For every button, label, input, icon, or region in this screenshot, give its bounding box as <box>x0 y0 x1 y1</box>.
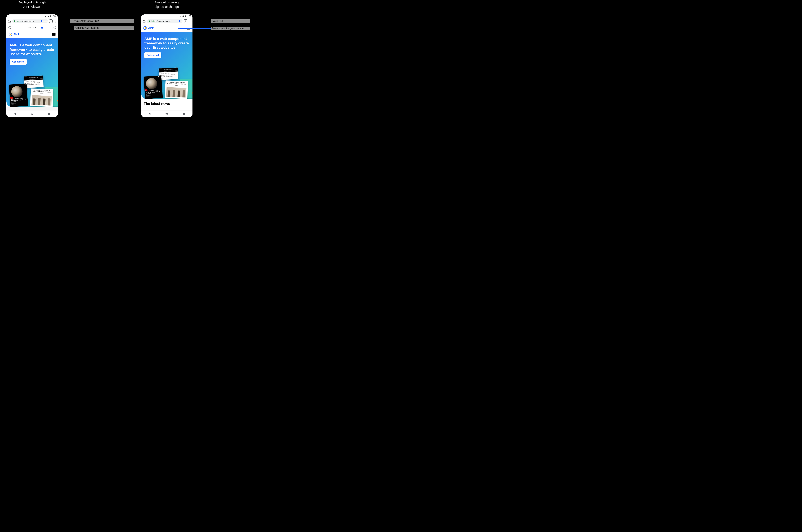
svg-point-5 <box>55 26 56 27</box>
svg-point-17 <box>158 77 159 77</box>
collage-card-wapo: The Washington Post Democracy Dies in Da… <box>158 68 179 80</box>
get-started-button[interactable]: Get started <box>144 53 161 58</box>
startup-title: NO, REALLY! YOUR STARTUP DOESN'T HAVE TO… <box>32 90 52 94</box>
hero-collage: The Washington Post Democracy Dies in Da… <box>143 68 192 99</box>
android-nav-bar <box>6 110 58 117</box>
hamburger-icon[interactable] <box>187 27 190 30</box>
line-right-url <box>180 21 212 21</box>
wapo-header: The Washington Post <box>29 77 38 78</box>
url-sep: :// <box>156 20 158 22</box>
wapo-headline: My eHarmony match said all the right thi… <box>160 74 176 79</box>
svg-point-15 <box>158 76 159 77</box>
status-time: 12:30 <box>186 15 191 17</box>
url-scheme: https <box>151 20 156 22</box>
hero: AMP is a web component framework to easi… <box>6 38 58 107</box>
share-icon[interactable] <box>53 26 56 29</box>
wapo-headline: My eHarmony match said all the right thi… <box>25 82 41 87</box>
collage-card-cnn: × CNN THE MISSIONS STILL EXPLORING OUR S… <box>144 75 163 99</box>
hamburger-icon[interactable] <box>52 33 56 36</box>
amp-logo-text: AMP <box>14 33 19 36</box>
collage-card-startup: NO, REALLY! YOUR STARTUP DOESN'T HAVE TO… <box>165 80 188 99</box>
annotation-your-url: Your URL <box>211 19 250 23</box>
amp-source-bar: amp.dev <box>6 24 58 31</box>
hero-headline: AMP is a web component framework to easi… <box>10 43 55 56</box>
svg-rect-14 <box>185 15 185 16</box>
cnn-badge: CNN <box>145 89 148 91</box>
annotation-google-amp-viewer-url: Google AMP Viewer URL <box>70 19 134 23</box>
svg-rect-13 <box>185 16 186 17</box>
url-sep: :// <box>21 20 23 22</box>
line-left-url <box>41 21 70 21</box>
android-nav-bar <box>141 110 192 117</box>
svg-point-16 <box>158 77 158 77</box>
cnn-title: THE MISSIONS STILL EXPLORING OUR SOLAR S… <box>146 90 161 95</box>
right-title: Navigation using signed exchange <box>141 0 192 9</box>
home-icon[interactable] <box>143 20 146 23</box>
svg-rect-0 <box>50 16 51 17</box>
nav-home-icon[interactable] <box>166 113 168 115</box>
svg-point-10 <box>24 84 24 85</box>
svg-point-4 <box>10 27 10 27</box>
home-icon[interactable] <box>8 20 11 23</box>
close-mini-icon: × <box>160 76 161 77</box>
nav-back-icon[interactable] <box>14 113 16 115</box>
wifi-icon <box>44 15 46 17</box>
nav-home-icon[interactable] <box>31 113 33 115</box>
lock-icon <box>149 20 150 22</box>
latest-news-heading: The latest news <box>144 102 190 106</box>
collage-card-cnn: × CNN THE MISSIONS STILL EXPLORING OUR S… <box>9 83 28 107</box>
site-header: ⚡ AMP <box>141 24 192 32</box>
svg-point-7 <box>55 28 56 29</box>
line-left-source <box>42 28 74 28</box>
signal-icon <box>47 15 49 17</box>
nav-overview-icon[interactable] <box>48 113 50 115</box>
nav-overview-icon[interactable] <box>183 113 185 115</box>
latest-news-section: The latest news <box>141 99 192 110</box>
wifi-icon <box>179 15 181 17</box>
status-bar: 12:30 <box>6 15 58 18</box>
status-icons <box>44 15 51 17</box>
amp-logo-text: AMP <box>148 26 154 30</box>
wapo-header: The Washington Post <box>164 69 173 70</box>
svg-rect-1 <box>50 15 51 16</box>
amp-bolt-icon: ⚡ <box>9 33 12 36</box>
signal-icon <box>182 15 184 17</box>
site-header: ⚡ AMP <box>6 31 58 38</box>
hero: AMP is a web component framework to easi… <box>141 32 192 99</box>
planet-image <box>146 78 158 90</box>
svg-line-8 <box>54 27 55 27</box>
amp-source-label: amp.dev <box>11 26 53 29</box>
url-scheme: https <box>17 20 21 22</box>
planet-image <box>11 86 23 98</box>
amp-bolt-icon: ⚡ <box>144 26 147 30</box>
collage-card-startup: NO, REALLY! YOUR STARTUP DOESN'T HAVE TO… <box>30 89 53 107</box>
url-domain: google.com <box>23 20 34 22</box>
nav-back-icon[interactable] <box>149 113 150 115</box>
battery-icon <box>50 15 51 17</box>
battery-icon <box>184 15 186 17</box>
close-mini-icon: × <box>25 84 26 85</box>
hero-collage: The Washington Post Democracy Dies in Da… <box>8 76 58 107</box>
url-domain: www.amp.dev <box>158 20 171 22</box>
right-phone: 12:30 https://www.amp.dev 1 ⚡ AMP AMP is… <box>141 15 192 117</box>
hero-headline: AMP is a web component framework to easi… <box>144 37 189 50</box>
collage-card-wapo: The Washington Post Democracy Dies in Da… <box>24 76 44 88</box>
svg-point-11 <box>23 85 23 85</box>
annotation-more-space: More space for your website <box>211 27 250 30</box>
cnn-badge: CNN <box>11 97 13 99</box>
svg-point-12 <box>24 85 24 86</box>
url-bar[interactable]: https://www.amp.dev <box>147 19 183 23</box>
amp-logo[interactable]: ⚡ AMP <box>144 26 154 30</box>
left-phone: 12:30 https://google.com 1 amp.dev ⚡ AMP… <box>6 15 58 117</box>
status-icons <box>179 15 186 17</box>
get-started-button[interactable]: Get started <box>10 59 26 64</box>
annotation-original-amp-source: Original AMP Source <box>74 26 134 30</box>
cnn-title: THE MISSIONS STILL EXPLORING OUR SOLAR S… <box>11 98 26 103</box>
share-mini-icon <box>158 76 159 78</box>
amp-logo[interactable]: ⚡ AMP <box>9 33 19 36</box>
share-mini-icon <box>23 84 24 86</box>
info-icon[interactable] <box>8 26 11 29</box>
lock-icon <box>14 20 16 22</box>
startup-title: NO, REALLY! YOUR STARTUP DOESN'T HAVE TO… <box>167 81 187 87</box>
line-right-space <box>179 28 211 29</box>
